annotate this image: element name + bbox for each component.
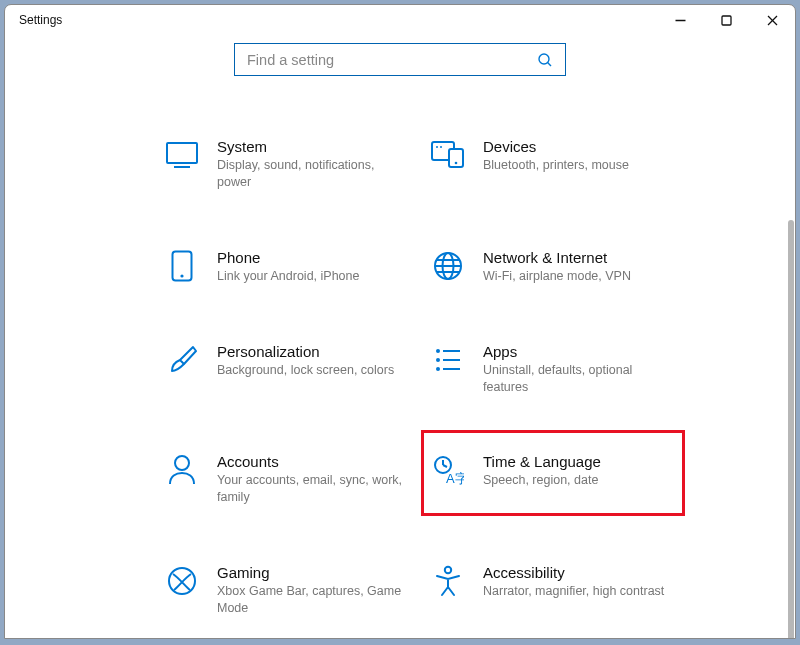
category-desc: Link your Android, iPhone [217, 268, 359, 285]
person-icon [167, 454, 197, 486]
category-gaming[interactable]: Gaming Xbox Game Bar, captures, Game Mod… [159, 560, 425, 621]
content-area: System Display, sound, notifications, po… [5, 35, 795, 638]
devices-icon [431, 141, 465, 169]
close-button[interactable] [749, 5, 795, 35]
close-icon [767, 15, 778, 26]
category-accessibility[interactable]: Accessibility Narrator, magnifier, high … [425, 560, 691, 621]
category-personalization[interactable]: Personalization Background, lock screen,… [159, 339, 425, 400]
svg-point-10 [455, 162, 458, 165]
titlebar: Settings [5, 5, 795, 35]
category-title: Phone [217, 249, 359, 266]
category-desc: Wi-Fi, airplane mode, VPN [483, 268, 631, 285]
svg-line-5 [548, 62, 551, 65]
apps-icon [434, 347, 462, 373]
svg-point-12 [440, 146, 442, 148]
category-title: Personalization [217, 343, 394, 360]
search-input[interactable] [247, 52, 537, 68]
category-grid: System Display, sound, notifications, po… [5, 76, 795, 621]
category-system[interactable]: System Display, sound, notifications, po… [159, 134, 425, 195]
category-title: Gaming [217, 564, 407, 581]
svg-point-14 [180, 274, 183, 277]
maximize-button[interactable] [703, 5, 749, 35]
category-accounts[interactable]: Accounts Your accounts, email, sync, wor… [159, 449, 425, 510]
svg-point-4 [539, 54, 549, 64]
minimize-icon [675, 15, 686, 26]
window-controls [657, 5, 795, 35]
accessibility-icon [433, 565, 463, 597]
system-icon [166, 142, 198, 168]
category-desc: Narrator, magnifier, high contrast [483, 583, 664, 600]
svg-text:A字: A字 [446, 471, 464, 485]
svg-rect-6 [167, 143, 197, 163]
paintbrush-icon [166, 344, 198, 376]
category-title: Devices [483, 138, 629, 155]
category-desc: Display, sound, notifications, power [217, 157, 407, 191]
category-desc: Uninstall, defaults, optional features [483, 362, 673, 396]
svg-point-24 [436, 367, 440, 371]
category-title: Time & Language [483, 453, 601, 470]
category-desc: Bluetooth, printers, mouse [483, 157, 629, 174]
svg-line-29 [443, 465, 447, 467]
category-title: Apps [483, 343, 673, 360]
search-wrap [5, 35, 795, 76]
svg-point-20 [436, 349, 440, 353]
svg-point-11 [436, 146, 438, 148]
category-network[interactable]: Network & Internet Wi-Fi, airplane mode,… [425, 245, 691, 289]
minimize-button[interactable] [657, 5, 703, 35]
scrollbar[interactable] [788, 220, 794, 638]
category-desc: Background, lock screen, colors [217, 362, 394, 379]
settings-window: Settings [4, 4, 796, 639]
svg-point-32 [445, 567, 451, 573]
window-title: Settings [19, 13, 62, 27]
category-title: Accounts [217, 453, 407, 470]
category-title: Network & Internet [483, 249, 631, 266]
maximize-icon [721, 15, 732, 26]
category-time-language[interactable]: A字 Time & Language Speech, region, date [425, 449, 691, 510]
svg-point-26 [175, 456, 189, 470]
category-phone[interactable]: Phone Link your Android, iPhone [159, 245, 425, 289]
search-icon [537, 52, 553, 68]
category-devices[interactable]: Devices Bluetooth, printers, mouse [425, 134, 691, 195]
svg-point-22 [436, 358, 440, 362]
phone-icon [171, 250, 193, 282]
svg-rect-1 [722, 16, 731, 25]
category-title: Accessibility [483, 564, 664, 581]
svg-rect-9 [449, 149, 463, 167]
category-desc: Your accounts, email, sync, work, family [217, 472, 407, 506]
category-desc: Speech, region, date [483, 472, 601, 489]
time-language-icon: A字 [432, 455, 464, 485]
category-title: System [217, 138, 407, 155]
search-box[interactable] [234, 43, 566, 76]
category-apps[interactable]: Apps Uninstall, defaults, optional featu… [425, 339, 691, 400]
xbox-icon [167, 566, 197, 596]
category-desc: Xbox Game Bar, captures, Game Mode [217, 583, 407, 617]
globe-icon [433, 251, 463, 281]
